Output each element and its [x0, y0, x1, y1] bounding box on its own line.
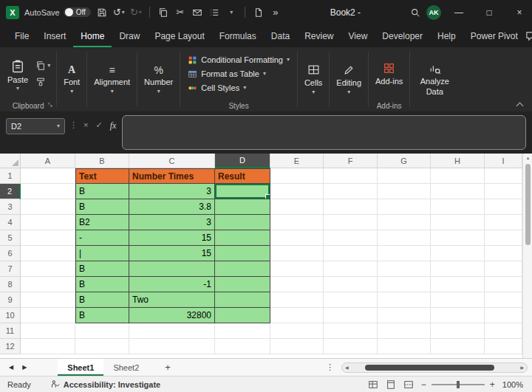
- cell-G1[interactable]: [378, 168, 431, 184]
- row-header-1[interactable]: 1: [0, 168, 21, 184]
- tab-draw[interactable]: Draw: [112, 24, 147, 47]
- cell-F1[interactable]: [324, 168, 378, 184]
- tab-home[interactable]: Home: [73, 24, 112, 47]
- cell-D12[interactable]: [215, 339, 270, 354]
- row-header-6[interactable]: 6: [0, 246, 21, 261]
- cell-C3[interactable]: 3.8: [129, 199, 215, 215]
- copy-button[interactable]: [157, 4, 169, 21]
- select-all-button[interactable]: [0, 154, 21, 168]
- row-header-9[interactable]: 9: [0, 292, 21, 308]
- page-layout-view-button[interactable]: [386, 379, 396, 390]
- cell-A10[interactable]: [21, 308, 75, 323]
- cell-B3[interactable]: B: [75, 199, 129, 215]
- cell-E10[interactable]: [270, 308, 324, 323]
- column-header-H[interactable]: H: [431, 154, 485, 168]
- alignment-menu-button[interactable]: ≡ Alignment ▾: [87, 47, 137, 111]
- row-header-10[interactable]: 10: [0, 308, 21, 323]
- cell-A7[interactable]: [21, 261, 75, 277]
- cell-B10[interactable]: B: [75, 308, 129, 323]
- tab-page-layout[interactable]: Page Layout: [147, 24, 211, 47]
- cell-H7[interactable]: [431, 261, 485, 277]
- cell-B5[interactable]: -: [75, 230, 129, 246]
- cell-C11[interactable]: [129, 323, 215, 339]
- name-box[interactable]: D2 ▾: [6, 118, 65, 134]
- cell-D6[interactable]: [215, 246, 270, 261]
- new-document-button[interactable]: [253, 4, 265, 21]
- cell-E9[interactable]: [270, 292, 324, 308]
- cancel-button[interactable]: ×: [82, 120, 89, 129]
- cell-C1[interactable]: Number Times: [129, 168, 215, 184]
- cell-C10[interactable]: 32800: [129, 308, 215, 323]
- cell-G6[interactable]: [378, 246, 431, 261]
- row-header-12[interactable]: 12: [0, 339, 21, 354]
- column-header-D[interactable]: D: [215, 154, 270, 168]
- zoom-level[interactable]: 100%: [502, 380, 523, 389]
- page-break-view-button[interactable]: [403, 379, 414, 390]
- conditional-formatting-button[interactable]: Conditional Formatting ▾: [188, 55, 290, 65]
- scroll-up-icon[interactable]: ▲: [523, 154, 532, 162]
- cell-B8[interactable]: B: [75, 277, 129, 292]
- row-header-4[interactable]: 4: [0, 215, 21, 230]
- next-sheet-button[interactable]: ▶: [22, 364, 27, 371]
- cell-A2[interactable]: [21, 184, 75, 199]
- cell-E12[interactable]: [270, 339, 324, 354]
- tab-file[interactable]: File: [7, 24, 36, 47]
- row-header-5[interactable]: 5: [0, 230, 21, 246]
- column-header-A[interactable]: A: [21, 154, 75, 168]
- cell-I5[interactable]: [485, 230, 522, 246]
- cell-D10[interactable]: [215, 308, 270, 323]
- cell-C7[interactable]: [129, 261, 215, 277]
- cell-E6[interactable]: [270, 246, 324, 261]
- cell-I9[interactable]: [485, 292, 522, 308]
- cell-E3[interactable]: [270, 199, 324, 215]
- cell-I7[interactable]: [485, 261, 522, 277]
- cell-D9[interactable]: [215, 292, 270, 308]
- excel-logo-icon[interactable]: X: [6, 6, 19, 19]
- row-header-2[interactable]: 2: [0, 184, 21, 199]
- cell-E1[interactable]: [270, 168, 324, 184]
- cell-D11[interactable]: [215, 323, 270, 339]
- cell-D5[interactable]: [215, 230, 270, 246]
- cell-A11[interactable]: [21, 323, 75, 339]
- scroll-left-icon[interactable]: ◀: [342, 365, 352, 370]
- cell-B9[interactable]: B: [75, 292, 129, 308]
- column-header-I[interactable]: I: [485, 154, 522, 168]
- cell-A6[interactable]: [21, 246, 75, 261]
- cell-B1[interactable]: Text: [75, 168, 129, 184]
- cell-E4[interactable]: [270, 215, 324, 230]
- column-header-G[interactable]: G: [378, 154, 431, 168]
- cell-E2[interactable]: [270, 184, 324, 199]
- cell-A1[interactable]: [21, 168, 75, 184]
- analyze-data-button[interactable]: Analyze Data: [410, 47, 459, 111]
- cell-H12[interactable]: [431, 339, 485, 354]
- row-header-7[interactable]: 7: [0, 261, 21, 277]
- cell-A5[interactable]: [21, 230, 75, 246]
- cell-F7[interactable]: [324, 261, 378, 277]
- row-header-11[interactable]: 11: [0, 323, 21, 339]
- cell-C12[interactable]: [129, 339, 215, 354]
- cell-I11[interactable]: [485, 323, 522, 339]
- cell-G8[interactable]: [378, 277, 431, 292]
- cell-F11[interactable]: [324, 323, 378, 339]
- zoom-in-button[interactable]: +: [490, 379, 495, 390]
- cell-G2[interactable]: [378, 184, 431, 199]
- cell-I4[interactable]: [485, 215, 522, 230]
- cell-G12[interactable]: [378, 339, 431, 354]
- comments-button[interactable]: [525, 28, 532, 44]
- formula-input[interactable]: [122, 115, 526, 150]
- cell-G3[interactable]: [378, 199, 431, 215]
- tab-review[interactable]: Review: [297, 24, 341, 47]
- cell-E7[interactable]: [270, 261, 324, 277]
- zoom-out-button[interactable]: −: [421, 379, 426, 390]
- cell-I6[interactable]: [485, 246, 522, 261]
- zoom-slider-thumb[interactable]: [457, 381, 460, 388]
- paste-button[interactable]: Paste ▾: [0, 56, 34, 92]
- sheet-tab-sheet1[interactable]: Sheet1: [58, 359, 103, 376]
- cells-menu-button[interactable]: Cells ▾: [298, 47, 329, 111]
- minimize-button[interactable]: —: [446, 0, 471, 24]
- row-header-8[interactable]: 8: [0, 277, 21, 292]
- cell-F9[interactable]: [324, 292, 378, 308]
- font-menu-button[interactable]: A Font ▾: [57, 47, 86, 111]
- cell-H9[interactable]: [431, 292, 485, 308]
- cell-E8[interactable]: [270, 277, 324, 292]
